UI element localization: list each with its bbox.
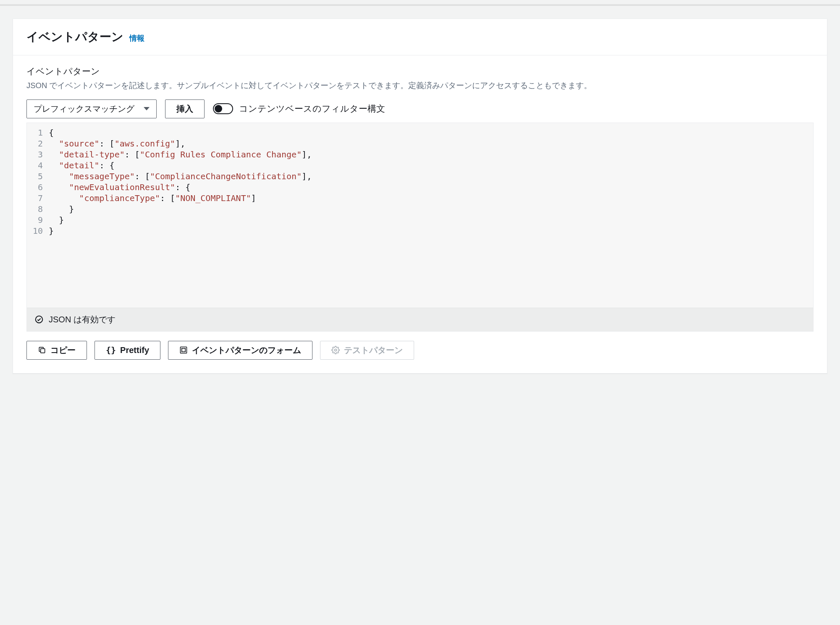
panel-title: イベントパターン [26,29,123,45]
form-icon [179,346,188,354]
filter-syntax-toggle-wrap: コンテンツベースのフィルター構文 [213,103,385,115]
code-line: "newEvaluationResult": { [49,182,312,193]
svg-point-4 [335,349,337,351]
braces-icon: {} [106,345,116,355]
code-content[interactable]: { "source": ["aws.config"], "detail-type… [47,123,316,308]
line-number: 9 [33,214,43,225]
check-circle-icon [34,315,44,324]
section-label: イベントパターン [26,65,814,77]
toggle-knob [215,105,222,112]
insert-button[interactable]: 挿入 [165,99,205,118]
prefix-matching-dropdown[interactable]: プレフィックスマッチング [26,99,157,118]
line-gutter: 12345678910 [27,123,47,308]
line-number: 10 [33,225,43,236]
code-line: { [49,127,312,138]
event-pattern-panel: イベントパターン 情報 イベントパターン JSON でイベントパターンを記述しま… [13,18,827,374]
status-text: JSON は有効です [49,314,116,325]
prettify-button[interactable]: {} Prettify [94,341,160,360]
code-line: "detail": { [49,160,312,171]
filter-syntax-toggle[interactable] [213,103,233,114]
caret-down-icon [144,107,150,110]
copy-button[interactable]: コピー [26,341,87,360]
svg-rect-1 [41,349,45,353]
panel-body: イベントパターン JSON でイベントパターンを記述します。サンプルイベントに対… [13,55,827,373]
test-pattern-button[interactable]: テストパターン [320,341,414,360]
svg-rect-3 [182,348,185,352]
code-line: } [49,204,312,214]
info-link[interactable]: 情報 [129,33,144,43]
svg-rect-2 [181,347,187,353]
line-number: 6 [33,182,43,193]
line-number: 7 [33,193,43,204]
code-line: "source": ["aws.config"], [49,138,312,149]
test-pattern-label: テストパターン [344,345,403,356]
line-number: 8 [33,204,43,214]
code-line: } [49,214,312,225]
copy-icon [38,346,46,354]
pattern-form-button[interactable]: イベントパターンのフォーム [168,341,312,360]
panel-header: イベントパターン 情報 [13,19,827,55]
controls-row: プレフィックスマッチング 挿入 コンテンツベースのフィルター構文 [26,99,814,118]
editor-status-bar: JSON は有効です [27,308,813,331]
copy-label: コピー [50,345,76,356]
line-number: 5 [33,171,43,182]
pattern-form-label: イベントパターンのフォーム [192,345,301,356]
line-number: 1 [33,127,43,138]
code-line: "complianceType": ["NON_COMPLIANT"] [49,193,312,204]
section-description: JSON でイベントパターンを記述します。サンプルイベントに対してイベントパター… [26,80,814,92]
code-area[interactable]: 12345678910 { "source": ["aws.config"], … [27,123,813,308]
top-divider [0,4,840,6]
action-row: コピー {} Prettify イベントパターンのフォーム テストパターン [26,341,814,360]
code-line: } [49,225,312,236]
dropdown-label: プレフィックスマッチング [34,103,134,115]
code-line: "messageType": ["ComplianceChangeNotific… [49,171,312,182]
code-line: "detail-type": ["Config Rules Compliance… [49,149,312,160]
json-editor: 12345678910 { "source": ["aws.config"], … [26,123,814,332]
line-number: 2 [33,138,43,149]
line-number: 3 [33,149,43,160]
prettify-label: Prettify [120,345,149,355]
gear-icon [331,346,340,354]
insert-button-label: 挿入 [176,103,193,115]
filter-syntax-label: コンテンツベースのフィルター構文 [239,103,385,115]
line-number: 4 [33,160,43,171]
